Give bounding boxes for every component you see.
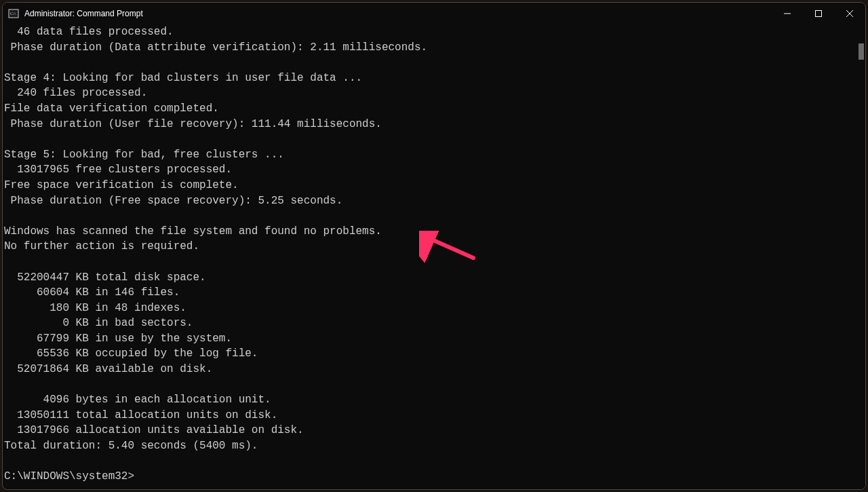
- svg-text:C:\: C:\: [10, 11, 16, 16]
- minimize-button[interactable]: [772, 3, 803, 24]
- svg-rect-3: [816, 11, 822, 17]
- cmd-icon: C:\: [8, 8, 19, 19]
- titlebar[interactable]: C:\ Administrator: Command Prompt: [3, 3, 865, 24]
- scrollbar-thumb[interactable]: [859, 43, 864, 60]
- command-prompt-window: C:\ Administrator: Command Prompt 46 dat…: [2, 2, 866, 490]
- close-button[interactable]: [834, 3, 865, 24]
- terminal-output[interactable]: 46 data files processed. Phase duration …: [3, 24, 856, 489]
- maximize-button[interactable]: [803, 3, 834, 24]
- window-title: Administrator: Command Prompt: [24, 9, 772, 18]
- window-controls: [772, 3, 865, 24]
- scrollbar[interactable]: [856, 24, 865, 489]
